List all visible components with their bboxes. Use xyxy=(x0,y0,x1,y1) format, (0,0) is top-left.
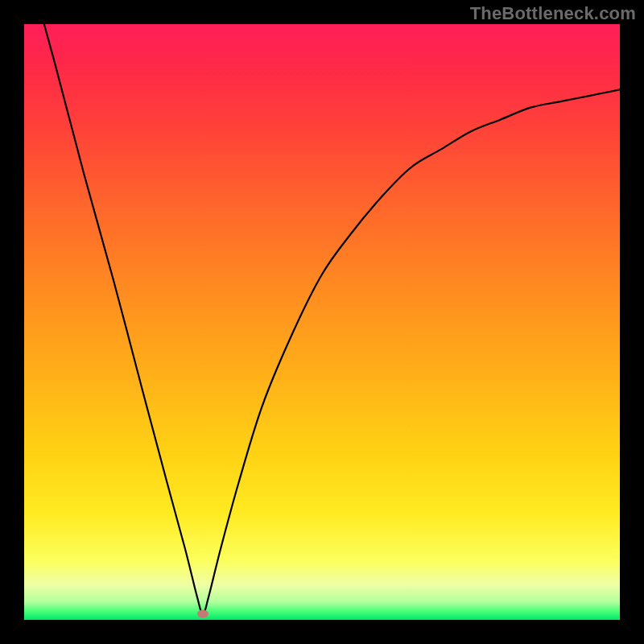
plot-area xyxy=(24,24,620,620)
watermark-label: TheBottleneck.com xyxy=(470,3,636,24)
chart-frame: TheBottleneck.com xyxy=(0,0,644,644)
curve-path xyxy=(24,24,620,614)
optimum-marker xyxy=(197,610,208,618)
bottleneck-curve xyxy=(24,24,620,620)
